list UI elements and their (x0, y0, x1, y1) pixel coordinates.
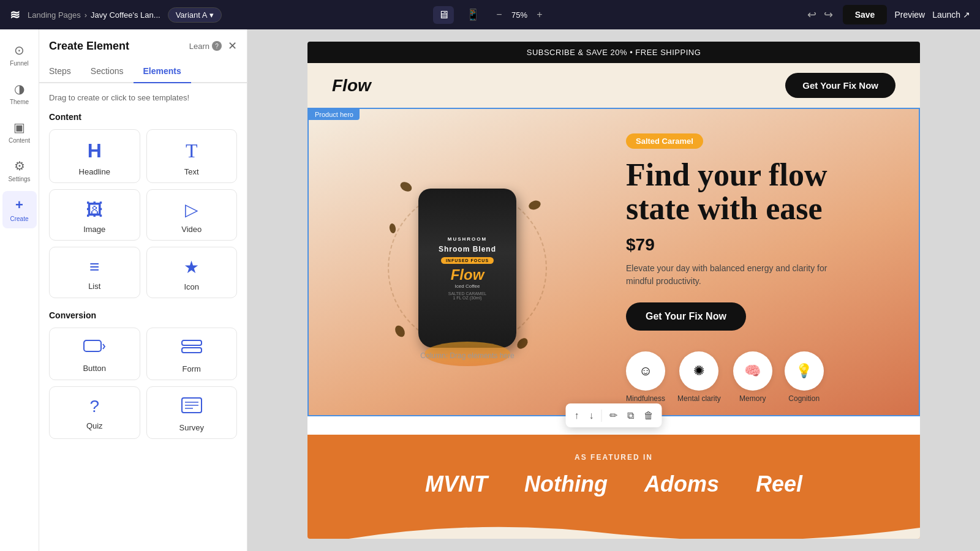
hero-headline-line1: Find your flow (626, 157, 827, 192)
panel-hint: Drag to create or click to see templates… (49, 93, 237, 102)
element-survey[interactable]: Survey (146, 386, 238, 439)
element-button[interactable]: Button (49, 328, 140, 380)
theme-icon: ◑ (14, 81, 24, 96)
conversion-elements-grid: Button Form ? Quiz (49, 328, 237, 439)
element-video[interactable]: ▷ Video (146, 189, 238, 241)
element-list[interactable]: ≡ List (49, 247, 140, 298)
can-size: SALTED CARAMEL (448, 291, 487, 296)
brand-adoms: Adoms (644, 471, 719, 497)
copy-btn[interactable]: ⧉ (625, 408, 636, 424)
tab-sections[interactable]: Sections (81, 60, 134, 82)
svg-rect-2 (182, 348, 202, 353)
panel-header: Create Element Learn ? ✕ (39, 29, 247, 53)
mindfulness-icon: ☺ (626, 351, 665, 391)
create-label: Create (10, 216, 28, 222)
product-hero-label: Product hero (309, 109, 360, 120)
memory-icon: 🧠 (733, 351, 772, 391)
video-label: Video (181, 225, 202, 234)
save-button[interactable]: Save (843, 5, 888, 24)
main-layout: ⊙ Funnel ◑ Theme ▣ Content ⚙ Settings + … (0, 29, 980, 551)
sidebar-item-funnel[interactable]: ⊙ Funnel (2, 37, 37, 73)
element-form[interactable]: Form (146, 328, 238, 380)
wave-svg (307, 515, 920, 539)
mental-clarity-icon: ✺ (679, 351, 718, 391)
memory-label: Memory (739, 394, 766, 403)
learn-info-icon: ? (212, 41, 222, 51)
hero-cta-button[interactable]: Get Your Fix Now (626, 302, 746, 331)
panel-body: Drag to create or click to see templates… (39, 83, 247, 551)
conversion-section-label: Conversion (49, 310, 237, 320)
benefit-mindfulness: ☺ Mindfulness (626, 351, 665, 403)
mindfulness-label: Mindfulness (626, 394, 665, 403)
benefit-cognition: 💡 Cognition (785, 351, 824, 403)
logo-icon: ≋ (10, 7, 20, 22)
move-down-btn[interactable]: ↓ (587, 408, 597, 424)
quiz-icon: ? (89, 397, 99, 416)
content-section-label: Content (49, 112, 237, 122)
mental-clarity-label: Mental clarity (677, 394, 721, 403)
zoom-control: − 75% + (492, 7, 547, 22)
list-icon: ≡ (89, 257, 99, 277)
create-icon: + (15, 197, 23, 213)
cognition-label: Cognition (788, 394, 820, 403)
video-icon: ▷ (185, 200, 198, 220)
panel-tabs: Steps Sections Elements (39, 60, 247, 83)
panel-title: Create Element (49, 40, 129, 53)
zoom-in-btn[interactable]: + (532, 7, 547, 22)
icon-nav: ⊙ Funnel ◑ Theme ▣ Content ⚙ Settings + … (0, 29, 39, 551)
survey-label: Survey (179, 423, 204, 432)
hero-product-column: MUSHROOM Shroom Blend INFUSED FOCUS Flow… (333, 164, 601, 372)
image-label: Image (83, 225, 105, 234)
hero-description: Elevate your day with balanced energy an… (626, 262, 834, 288)
sidebar-item-theme[interactable]: ◑ Theme (2, 75, 37, 111)
element-headline[interactable]: H Headline (49, 129, 140, 183)
benefit-memory: 🧠 Memory (733, 351, 772, 403)
text-icon: T (186, 140, 198, 162)
canvas-area: SUBSCRIBE & SAVE 20% • FREE SHIPPING Flo… (247, 29, 980, 551)
desktop-device-btn[interactable]: 🖥 (433, 6, 454, 24)
sidebar-item-create[interactable]: + Create (2, 191, 37, 228)
content-elements-grid: H Headline T Text 🖼 Image ▷ Video (49, 129, 237, 298)
breadcrumb-root[interactable]: Landing Pages (28, 10, 81, 20)
zoom-out-btn[interactable]: − (492, 7, 507, 22)
form-icon (181, 338, 203, 359)
delete-btn[interactable]: 🗑 (641, 408, 656, 424)
theme-label: Theme (10, 99, 29, 105)
form-label: Form (183, 364, 201, 373)
panel-close-btn[interactable]: ✕ (228, 39, 237, 53)
can-volume: 1 FL OZ (30ml) (453, 296, 481, 300)
breadcrumb-current: Javy Coffee's Lan... (91, 10, 160, 20)
element-icon[interactable]: ★ Icon (146, 247, 238, 298)
sidebar-item-content[interactable]: ▣ Content (2, 114, 37, 150)
content-icon: ▣ (13, 120, 25, 135)
learn-button[interactable]: Learn ? (189, 41, 222, 51)
launch-button[interactable]: Launch ↗ (932, 10, 970, 20)
can-shroom-text: Shroom Blend (439, 245, 496, 255)
header-cta-button[interactable]: Get Your Fix Now (785, 73, 895, 98)
variant-chevron: ▾ (209, 10, 214, 20)
move-up-btn[interactable]: ↑ (572, 408, 582, 424)
element-quiz[interactable]: ? Quiz (49, 386, 140, 439)
undo-btn[interactable]: ↩ (805, 6, 819, 24)
variant-selector[interactable]: Variant A ▾ (168, 7, 222, 23)
zoom-value: 75% (511, 10, 527, 20)
element-text[interactable]: T Text (146, 129, 238, 183)
tab-elements[interactable]: Elements (134, 60, 191, 82)
featured-label: AS FEATURED IN (332, 453, 895, 462)
tab-steps[interactable]: Steps (39, 60, 81, 82)
hero-headline: Find your flow state with ease (626, 159, 894, 225)
sidebar-item-settings[interactable]: ⚙ Settings (2, 152, 37, 189)
edit-btn[interactable]: ✏ (607, 407, 620, 424)
element-image[interactable]: 🖼 Image (49, 189, 140, 241)
brand-reel: Reel (756, 471, 802, 497)
topbar-right-controls: ↩ ↪ Save Preview Launch ↗ (805, 5, 970, 24)
can-sub: Iced Coffee (455, 283, 480, 289)
preview-button[interactable]: Preview (894, 10, 925, 20)
app-logo: ≋ (10, 7, 20, 22)
redo-btn[interactable]: ↪ (821, 6, 835, 24)
mobile-device-btn[interactable]: 📱 (461, 6, 484, 24)
create-element-panel: Create Element Learn ? ✕ Steps Sections … (39, 29, 247, 551)
can-brand: Flow (451, 266, 484, 283)
hero-section: Product hero (307, 108, 920, 416)
breadcrumb: Landing Pages › Javy Coffee's Lan... (28, 10, 160, 20)
